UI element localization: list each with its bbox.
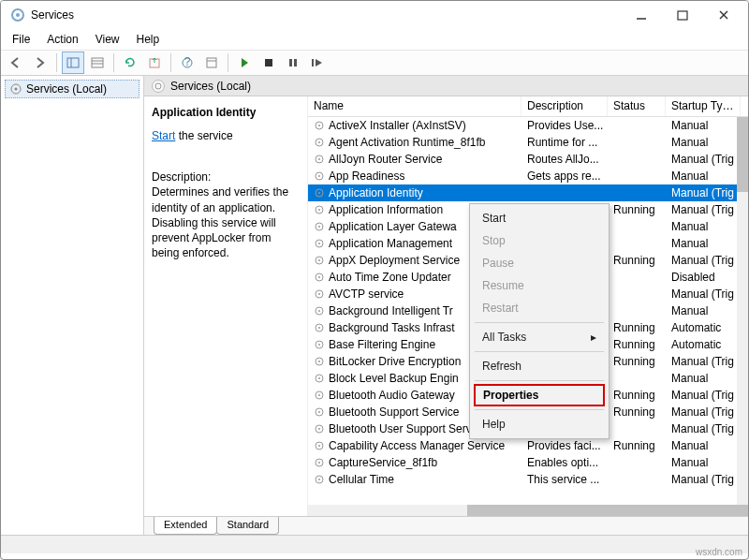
maximize-button[interactable] <box>662 1 703 29</box>
start-service-button[interactable] <box>233 52 256 74</box>
col-startup-type[interactable]: Startup Type <box>666 96 741 116</box>
titlebar[interactable]: Services <box>1 1 748 29</box>
service-row[interactable]: Capability Access Manager ServiceProvide… <box>308 437 748 454</box>
service-row[interactable]: AllJoyn Router ServiceRoutes AllJo...Man… <box>308 151 748 168</box>
col-description[interactable]: Description <box>521 96 608 116</box>
col-name[interactable]: Name <box>308 96 521 116</box>
vertical-scrollbar[interactable] <box>737 117 748 505</box>
view-tabs: Extended Standard <box>144 516 748 535</box>
service-row[interactable]: App ReadinessGets apps re...Manual <box>308 168 748 184</box>
start-service-action: Start the service <box>152 128 300 143</box>
menubar: File Action View Help <box>1 29 748 50</box>
ctx-restart: Restart <box>473 297 606 319</box>
svg-point-24 <box>318 125 320 126</box>
start-link[interactable]: Start <box>152 129 175 142</box>
ctx-help[interactable]: Help <box>473 413 606 435</box>
tree-root-services-local[interactable]: Services (Local) <box>5 80 140 98</box>
watermark: wsxdn.com <box>696 547 742 557</box>
ctx-all-tasks[interactable]: All Tasks▸ <box>473 326 606 348</box>
scroll-thumb[interactable] <box>467 505 748 516</box>
forward-button[interactable] <box>29 52 51 74</box>
help-button[interactable]: ? <box>176 52 198 74</box>
menu-file[interactable]: File <box>5 31 37 48</box>
horizontal-scrollbar[interactable] <box>308 505 737 516</box>
svg-point-66 <box>318 479 320 480</box>
context-menu: Start Stop Pause Resume Restart All Task… <box>469 203 609 439</box>
tab-extended[interactable]: Extended <box>154 517 217 535</box>
cell-status <box>608 293 666 295</box>
service-row[interactable]: Agent Activation Runtime_8f1fbRuntime fo… <box>308 134 748 151</box>
export-button[interactable] <box>143 52 166 74</box>
svg-point-46 <box>318 310 320 312</box>
properties-button[interactable] <box>200 52 223 74</box>
export-list-button[interactable] <box>86 52 109 74</box>
svg-rect-17 <box>289 59 292 66</box>
export-icon <box>148 56 161 69</box>
pause-service-button[interactable] <box>282 52 304 74</box>
stop-service-button[interactable] <box>257 52 280 74</box>
svg-point-30 <box>318 175 320 177</box>
menu-action[interactable]: Action <box>39 31 85 48</box>
content-header: Services (Local) <box>144 76 748 96</box>
cell-name: Capability Access Manager Service <box>308 438 521 453</box>
service-detail-panel: Application Identity Start the service D… <box>144 96 308 516</box>
tab-standard[interactable]: Standard <box>216 517 279 535</box>
svg-point-58 <box>318 411 320 413</box>
cell-status: Running <box>608 354 666 369</box>
scroll-thumb[interactable] <box>737 117 748 192</box>
window-title: Services <box>31 8 621 22</box>
cell-startup: Manual <box>666 455 741 470</box>
svg-rect-19 <box>312 59 314 66</box>
svg-point-62 <box>318 445 320 447</box>
arrow-left-icon <box>9 57 22 68</box>
toolbar: ? <box>1 50 748 76</box>
cell-startup: Manual (Trig <box>666 152 741 167</box>
back-button[interactable] <box>5 52 27 74</box>
menu-view[interactable]: View <box>88 31 127 48</box>
svg-point-64 <box>318 462 320 464</box>
arrow-right-icon <box>34 57 47 68</box>
close-button[interactable] <box>703 1 744 29</box>
ctx-pause: Pause <box>473 252 606 274</box>
tree-root-label: Services (Local) <box>26 82 107 96</box>
cell-startup: Manual <box>666 236 741 251</box>
svg-point-32 <box>318 192 320 194</box>
show-hide-tree-button[interactable] <box>62 52 84 74</box>
cell-status <box>608 462 666 464</box>
cell-startup: Automatic <box>666 337 741 352</box>
cell-status <box>608 428 666 430</box>
cell-startup: Manual <box>666 169 741 184</box>
minimize-button[interactable] <box>621 1 662 29</box>
cell-status: Running <box>608 320 666 335</box>
ctx-start[interactable]: Start <box>473 207 606 229</box>
properties-icon <box>205 56 218 69</box>
ctx-properties[interactable]: Properties <box>474 384 605 406</box>
menu-help[interactable]: Help <box>129 31 168 48</box>
svg-rect-6 <box>67 58 79 67</box>
service-row[interactable]: ActiveX Installer (AxInstSV)Provides Use… <box>308 117 748 134</box>
cell-status <box>608 310 666 312</box>
service-row[interactable]: CaptureService_8f1fbEnables opti...Manua… <box>308 454 748 471</box>
ctx-stop: Stop <box>473 229 606 252</box>
col-status[interactable]: Status <box>608 96 666 116</box>
cell-startup: Manual <box>666 135 741 150</box>
cell-desc <box>521 192 608 194</box>
restart-service-button[interactable] <box>306 52 329 74</box>
content-header-label: Services (Local) <box>170 80 251 93</box>
cell-startup: Manual (Trig <box>666 202 741 217</box>
refresh-button[interactable] <box>119 52 141 74</box>
service-row[interactable]: Application IdentityManual (Trig <box>308 184 748 201</box>
ctx-refresh[interactable]: Refresh <box>473 355 606 377</box>
cell-name: ActiveX Installer (AxInstSV) <box>308 118 521 133</box>
cell-startup: Manual <box>666 219 741 234</box>
cell-name: Cellular Time <box>308 472 521 487</box>
ctx-resume: Resume <box>473 274 606 297</box>
service-row[interactable]: Cellular TimeThis service ...Manual (Tri… <box>308 471 748 488</box>
svg-point-54 <box>318 377 320 379</box>
cell-name: Application Identity <box>308 185 521 200</box>
cell-startup: Manual <box>666 438 741 453</box>
cell-status <box>608 192 666 194</box>
panel-icon <box>66 56 80 69</box>
refresh-icon <box>124 56 137 69</box>
cell-name: CaptureService_8f1fb <box>308 455 521 470</box>
